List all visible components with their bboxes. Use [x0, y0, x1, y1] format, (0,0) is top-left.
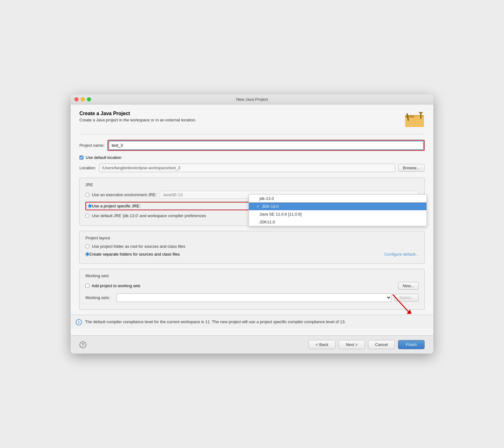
- dialog-content: Create a Java Project Create a Java proj…: [71, 104, 433, 335]
- configure-default-link[interactable]: Configure default...: [384, 252, 419, 257]
- header-text: Create a Java Project Create a Java proj…: [79, 111, 196, 122]
- dropdown-item-javase11[interactable]: Java SE 11.0.6 [11.0.6]: [249, 210, 426, 218]
- titlebar: New Java Project: [71, 94, 433, 104]
- working-sets-label: Working sets: [85, 273, 419, 278]
- jre-option3-label: Use default JRE 'jdk-13.0' and workspace…: [92, 213, 206, 218]
- layout-option2-label: Create separate folders for sources and …: [89, 252, 180, 257]
- layout-option2-row: Create separate folders for sources and …: [85, 252, 419, 257]
- jre-option1-label: Use an execution environment JRE:: [92, 192, 157, 197]
- dropdown-item-jdk11[interactable]: JDK11.0: [249, 218, 426, 226]
- project-name-label: Project name:: [79, 143, 104, 148]
- use-default-location-label: Use default location: [86, 155, 121, 160]
- jre-label: JRE: [85, 182, 419, 187]
- layout-option1-radio[interactable]: [85, 244, 89, 248]
- window-title: New Java Project: [236, 97, 268, 102]
- bottom-right: < Back Next > Cancel Finish: [309, 340, 425, 349]
- arrow-annotation: [390, 291, 415, 317]
- dropdown-check-icon: [256, 196, 258, 201]
- working-sets-field-label: Working sets:: [85, 295, 113, 300]
- working-sets-group: Working sets Add project to working sets…: [79, 269, 425, 310]
- back-button[interactable]: < Back: [309, 340, 335, 349]
- jre-option2-radio[interactable]: [88, 204, 92, 208]
- header-section: Create a Java Project Create a Java proj…: [79, 111, 425, 128]
- main-window: New Java Project Create a Java Project C…: [71, 94, 433, 354]
- svg-rect-2: [405, 115, 414, 118]
- bottom-bar: ? < Back Next > Cancel Finish: [71, 335, 433, 354]
- dropdown-item-label-3: JDK11.0: [260, 220, 275, 224]
- project-layout-group: Project layout Use project folder as roo…: [79, 231, 425, 264]
- help-button[interactable]: ?: [79, 341, 86, 348]
- project-name-row: Project name:: [79, 140, 425, 151]
- info-icon: i: [76, 319, 82, 325]
- dropdown-item-jdk13-option[interactable]: jdk-13.0: [249, 195, 426, 202]
- project-name-input-wrapper: [108, 140, 425, 151]
- location-row: Location: Browse...: [79, 164, 425, 172]
- folder-icon: [405, 111, 425, 128]
- jre-dropdown[interactable]: jdk-13.0 ✓ JDK-13.0 Java SE 11.0.6 [11.0…: [249, 194, 427, 226]
- finish-button[interactable]: Finish: [398, 340, 425, 349]
- dropdown-selected-check-icon: ✓: [256, 204, 260, 209]
- jre-option3-radio[interactable]: [85, 214, 89, 218]
- location-label: Location:: [79, 165, 96, 170]
- maximize-button[interactable]: [87, 97, 91, 101]
- dropdown-check-icon-2: [256, 212, 258, 216]
- info-bar: i The default compiler compliance level …: [71, 315, 433, 329]
- jre-group: JRE Use an execution environment JRE: ▼ …: [79, 178, 425, 226]
- dropdown-selected-label: JDK-13.0: [262, 204, 279, 209]
- new-working-set-button[interactable]: New...: [398, 282, 419, 290]
- working-sets-select[interactable]: [117, 293, 391, 302]
- working-sets-select-row: Working sets: Select...: [85, 293, 419, 302]
- next-button[interactable]: Next >: [339, 340, 365, 349]
- cancel-button[interactable]: Cancel: [368, 340, 395, 349]
- dropdown-item-label: jdk-13.0: [260, 196, 274, 201]
- layout-option2-radio[interactable]: [85, 252, 89, 256]
- add-to-working-sets-checkbox[interactable]: [85, 284, 89, 288]
- use-default-location-checkbox[interactable]: [79, 155, 83, 160]
- svg-line-6: [393, 294, 408, 312]
- add-to-working-sets-row: Add project to working sets New...: [85, 282, 419, 290]
- svg-rect-4: [420, 113, 421, 119]
- svg-rect-5: [419, 112, 423, 113]
- close-button[interactable]: [74, 97, 78, 101]
- dialog-title: Create a Java Project: [79, 111, 196, 116]
- minimize-button[interactable]: [81, 97, 85, 101]
- layout-option1-row: Use project folder as root for sources a…: [85, 244, 419, 249]
- info-message: The default compiler compliance level fo…: [85, 319, 346, 325]
- header-divider: [79, 134, 425, 134]
- dialog-subtitle: Create a Java project in the workspace o…: [79, 118, 196, 122]
- layout-option1-label: Use project folder as root for sources a…: [92, 244, 185, 249]
- use-default-location-row: Use default location: [79, 155, 425, 160]
- project-layout-label: Project layout: [85, 236, 419, 240]
- location-input[interactable]: [99, 164, 395, 172]
- dropdown-item-label-2: Java SE 11.0.6 [11.0.6]: [260, 212, 302, 216]
- jre-option2-label: Use a project specific JRE:: [92, 204, 140, 208]
- add-to-working-sets-label: Add project to working sets: [92, 283, 140, 288]
- browse-button[interactable]: Browse...: [398, 164, 425, 172]
- dropdown-item-JDK13-selected[interactable]: ✓ JDK-13.0: [249, 202, 426, 210]
- traffic-lights: [74, 97, 91, 101]
- dropdown-check-icon-3: [256, 220, 258, 224]
- jre-option1-radio[interactable]: [85, 193, 89, 197]
- bottom-left: ?: [79, 341, 86, 348]
- project-name-input[interactable]: [109, 141, 423, 150]
